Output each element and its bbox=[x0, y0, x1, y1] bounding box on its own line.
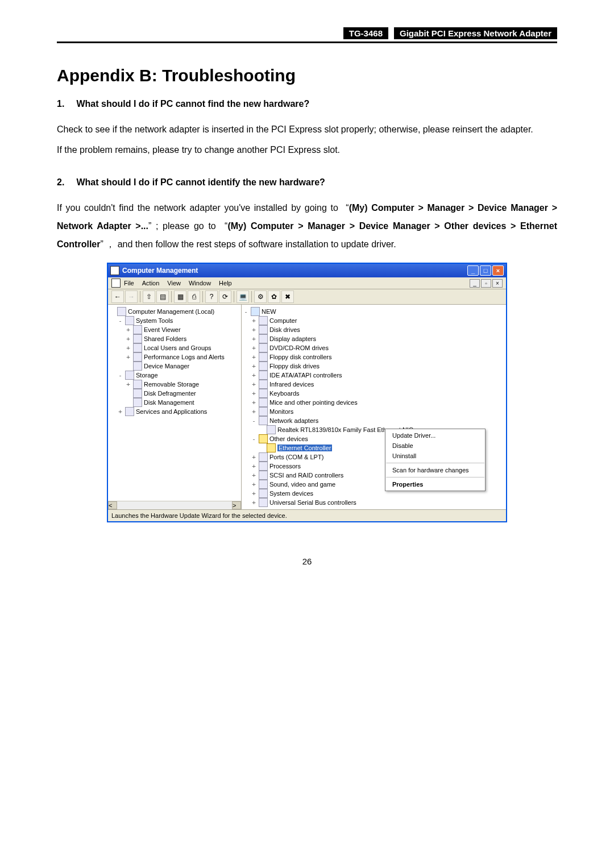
device-icon bbox=[259, 343, 268, 352]
properties-button[interactable]: ▦ bbox=[174, 290, 186, 303]
left-tree-item[interactable]: +Local Users and Groups bbox=[109, 343, 240, 352]
page-number: 26 bbox=[57, 556, 557, 566]
computer-icon[interactable]: 💻 bbox=[237, 290, 249, 303]
minimize-button[interactable]: _ bbox=[467, 265, 479, 276]
left-tree-item[interactable]: +Shared Folders bbox=[109, 334, 240, 343]
left-pane: Computer Management (Local)-System Tools… bbox=[108, 305, 242, 509]
left-tree-item[interactable]: Device Manager bbox=[109, 362, 240, 371]
device-category[interactable]: +IDE ATA/ATAPI controllers bbox=[243, 371, 505, 380]
left-tree-item[interactable]: +Event Viewer bbox=[109, 325, 240, 334]
device-category[interactable]: -Network adapters bbox=[243, 416, 505, 425]
folder-icon bbox=[133, 343, 142, 352]
menu-help[interactable]: Help bbox=[219, 280, 232, 286]
device-category[interactable]: +Universal Serial Bus controllers bbox=[243, 498, 505, 507]
device-category[interactable]: +Monitors bbox=[243, 407, 505, 416]
ctx-update-driver[interactable]: Update Driver... bbox=[385, 430, 485, 441]
refresh-button[interactable]: ⟳ bbox=[219, 290, 231, 303]
warning-icon bbox=[259, 434, 268, 443]
ctx-separator bbox=[386, 477, 484, 477]
ctx-separator bbox=[386, 463, 484, 463]
menubar: File Action View Window Help _ ▫ × bbox=[108, 277, 506, 289]
mdi-close[interactable]: × bbox=[492, 279, 503, 288]
ctx-properties[interactable]: Properties bbox=[385, 479, 485, 489]
q1-p1: Check to see if the network adapter is i… bbox=[57, 121, 557, 139]
scan-icon[interactable]: ⚙ bbox=[254, 290, 267, 303]
context-menu: Update Driver... Disable Uninstall Scan … bbox=[385, 429, 486, 491]
left-tree-item[interactable]: +Removable Storage bbox=[109, 380, 240, 389]
app-icon bbox=[110, 266, 119, 275]
left-tree-item[interactable]: Disk Management bbox=[109, 398, 240, 407]
device-category[interactable]: +Computer bbox=[243, 316, 505, 325]
folder-icon bbox=[125, 407, 134, 416]
q1-p2: If the problem remains, please try to ch… bbox=[57, 141, 557, 159]
menu-window[interactable]: Window bbox=[189, 280, 211, 286]
device-icon bbox=[259, 371, 268, 380]
device-icon bbox=[259, 452, 268, 462]
left-tree-item[interactable]: Computer Management (Local) bbox=[109, 307, 240, 316]
device-category[interactable]: +Infrared devices bbox=[243, 380, 505, 389]
device-icon bbox=[259, 462, 268, 471]
device-category[interactable]: +Keyboards bbox=[243, 389, 505, 398]
enable-icon[interactable]: ✿ bbox=[268, 290, 280, 303]
device-icon bbox=[259, 471, 268, 480]
device-category[interactable]: +Disk drives bbox=[243, 325, 505, 334]
device-icon bbox=[259, 489, 268, 498]
device-icon bbox=[259, 334, 268, 343]
statusbar: Launches the Hardware Update Wizard for … bbox=[108, 509, 506, 521]
left-tree-item[interactable]: +Services and Applications bbox=[109, 407, 240, 416]
system-menu-icon[interactable] bbox=[111, 279, 121, 288]
folder-icon bbox=[117, 307, 126, 316]
ctx-disable[interactable]: Disable bbox=[385, 441, 485, 451]
left-tree-item[interactable]: -Storage bbox=[109, 371, 240, 380]
device-icon bbox=[259, 352, 268, 362]
uninstall-icon[interactable]: ✖ bbox=[281, 290, 294, 303]
left-tree-item[interactable]: +Performance Logs and Alerts bbox=[109, 352, 240, 362]
device-icon bbox=[259, 398, 268, 407]
device-icon bbox=[259, 407, 268, 416]
header-product: Gigabit PCI Express Network Adapter bbox=[394, 27, 557, 39]
left-tree-item[interactable]: -System Tools bbox=[109, 316, 240, 325]
q2-heading: 2. What should I do if PC cannot identif… bbox=[57, 177, 557, 188]
device-category[interactable]: +Display adapters bbox=[243, 334, 505, 343]
left-scrollbar[interactable]: < > bbox=[108, 501, 241, 509]
help-button[interactable]: ? bbox=[205, 290, 218, 303]
device-icon bbox=[259, 362, 268, 371]
back-button[interactable]: ← bbox=[111, 290, 124, 303]
device-root[interactable]: - NEW bbox=[243, 307, 505, 316]
mdi-restore[interactable]: ▫ bbox=[481, 279, 491, 288]
folder-icon bbox=[133, 389, 142, 398]
menu-action[interactable]: Action bbox=[142, 280, 160, 286]
device-category[interactable]: +Mice and other pointing devices bbox=[243, 398, 505, 407]
maximize-button[interactable]: □ bbox=[480, 265, 491, 276]
scroll-left-button[interactable]: < bbox=[108, 501, 117, 509]
menu-file[interactable]: File bbox=[124, 280, 134, 286]
folder-icon bbox=[133, 398, 142, 407]
mdi-minimize[interactable]: _ bbox=[470, 279, 480, 288]
print-button[interactable]: ⎙ bbox=[188, 290, 200, 303]
menu-view[interactable]: View bbox=[167, 280, 181, 286]
folder-icon bbox=[133, 362, 142, 371]
device-icon bbox=[259, 416, 268, 425]
q1-heading: 1. What should I do if PC cannot find th… bbox=[57, 99, 557, 109]
computer-management-window: Computer Management _ □ × File Action Vi… bbox=[107, 263, 507, 522]
window-title: Computer Management bbox=[122, 267, 198, 275]
ctx-scan[interactable]: Scan for hardware changes bbox=[385, 465, 485, 475]
device-icon bbox=[259, 380, 268, 389]
ctx-uninstall[interactable]: Uninstall bbox=[385, 451, 485, 461]
q2-p1: If you couldn't find the network adapter… bbox=[57, 199, 557, 254]
titlebar[interactable]: Computer Management _ □ × bbox=[108, 264, 506, 277]
device-icon bbox=[259, 389, 268, 398]
device-icon bbox=[259, 325, 268, 334]
nic-icon bbox=[267, 425, 276, 434]
forward-button[interactable]: → bbox=[125, 290, 138, 303]
left-tree-item[interactable]: Disk Defragmenter bbox=[109, 389, 240, 398]
device-category[interactable]: +Floppy disk drives bbox=[243, 362, 505, 371]
up-button[interactable]: ⇧ bbox=[143, 290, 155, 303]
show-hide-tree-button[interactable]: ▤ bbox=[156, 290, 169, 303]
device-category[interactable]: +Floppy disk controllers bbox=[243, 352, 505, 362]
page-header: TG-3468 Gigabit PCI Express Network Adap… bbox=[57, 27, 557, 43]
scroll-right-button[interactable]: > bbox=[232, 501, 241, 509]
folder-icon bbox=[125, 371, 134, 380]
device-category[interactable]: +DVD/CD-ROM drives bbox=[243, 343, 505, 352]
close-button[interactable]: × bbox=[492, 265, 504, 276]
